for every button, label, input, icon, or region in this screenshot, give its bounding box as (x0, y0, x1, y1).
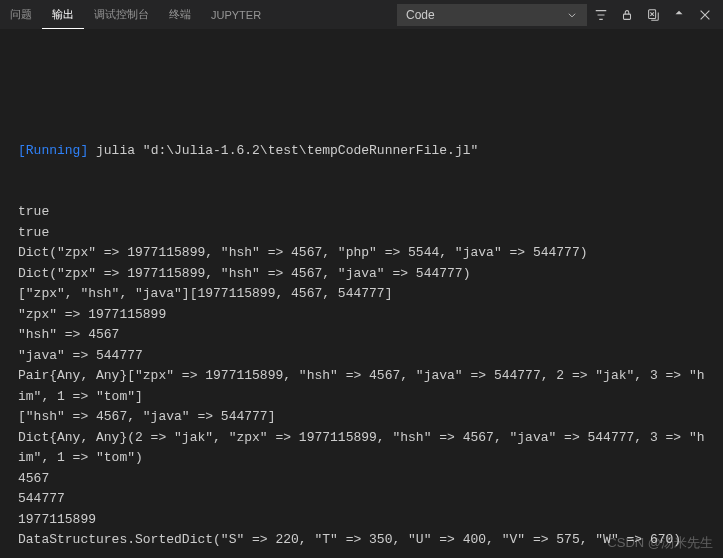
output-line (18, 79, 711, 100)
running-label: [Running] (18, 143, 88, 158)
output-line: "hsh" => 4567 (18, 325, 711, 346)
output-line: 4567 (18, 469, 711, 490)
output-line: Dict{Any, Any}(2 => "jak", "zpx" => 1977… (18, 428, 711, 469)
lock-icon[interactable] (619, 7, 635, 23)
output-line: ["hsh" => 4567, "java" => 544777] (18, 407, 711, 428)
output-line: 544777 (18, 489, 711, 510)
output-channel-dropdown[interactable]: Code (397, 4, 587, 26)
output-line: Dict("zpx" => 1977115899, "hsh" => 4567,… (18, 264, 711, 285)
clear-output-icon[interactable] (645, 7, 661, 23)
close-panel-icon[interactable] (697, 7, 713, 23)
output-line: "java" => 544777 (18, 346, 711, 367)
filter-icon[interactable] (593, 7, 609, 23)
dropdown-selected-label: Code (406, 8, 435, 22)
chevron-down-icon (566, 9, 578, 21)
output-line: true (18, 202, 711, 223)
tab-problems[interactable]: 问题 (0, 0, 42, 29)
running-cmd: julia "d:\Julia-1.6.2\test\tempCodeRunne… (88, 143, 478, 158)
tab-label: 输出 (52, 7, 74, 22)
tab-debug-console[interactable]: 调试控制台 (84, 0, 159, 29)
tab-output[interactable]: 输出 (42, 0, 84, 29)
panel-tab-bar: 问题 输出 调试控制台 终端 JUPYTER Code (0, 0, 723, 30)
output-line: 1977115899 (18, 510, 711, 531)
output-line: true (18, 223, 711, 244)
tab-label: 问题 (10, 7, 32, 22)
output-line: Pair{Any, Any}["zpx" => 1977115899, "hsh… (18, 366, 711, 407)
svg-rect-0 (624, 14, 631, 19)
maximize-panel-icon[interactable] (671, 7, 687, 23)
output-line: ["zpx", "hsh", "java"][1977115899, 4567,… (18, 284, 711, 305)
tab-terminal[interactable]: 终端 (159, 0, 201, 29)
tab-label: JUPYTER (211, 9, 261, 21)
output-line: Dict("zpx" => 1977115899, "hsh" => 4567,… (18, 243, 711, 264)
output-line: DataStructures.SortedDict("S" => 220, "T… (18, 530, 711, 551)
output-running-line: [Running] julia "d:\Julia-1.6.2\test\tem… (18, 141, 711, 162)
tab-jupyter[interactable]: JUPYTER (201, 0, 271, 29)
output-line: "zpx" => 1977115899 (18, 305, 711, 326)
panel-toolbar (593, 7, 723, 23)
tab-label: 终端 (169, 7, 191, 22)
output-area[interactable]: [Running] julia "d:\Julia-1.6.2\test\tem… (0, 30, 723, 558)
tab-label: 调试控制台 (94, 7, 149, 22)
